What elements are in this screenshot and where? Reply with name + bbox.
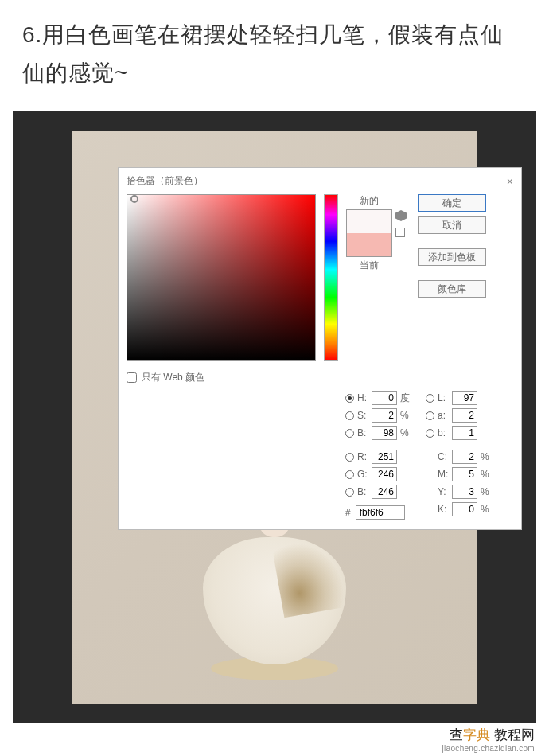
b-hsb-unit: % xyxy=(400,427,411,438)
web-only-checkbox-row[interactable]: 只有 Web 颜色 xyxy=(127,371,316,384)
c-label: C: xyxy=(438,451,449,462)
m-label: M: xyxy=(438,469,449,480)
b-lab-input[interactable] xyxy=(452,426,477,440)
r-row: R: xyxy=(345,450,411,464)
b-rgb-row: B: xyxy=(345,485,411,499)
a-radio[interactable] xyxy=(426,411,434,420)
k-unit: % xyxy=(481,504,492,515)
b-hsb-input[interactable] xyxy=(372,426,397,440)
saturation-value-field[interactable] xyxy=(127,194,316,361)
swatch-new-color xyxy=(347,210,391,233)
brand-suffix: 教程网 xyxy=(490,727,535,742)
swatch-current-label: 当前 xyxy=(360,259,379,272)
c-input[interactable] xyxy=(452,450,477,464)
hue-slider[interactable] xyxy=(324,194,338,361)
figure-wheat xyxy=(272,536,347,618)
h-row: H: 度 xyxy=(345,391,411,405)
color-library-button[interactable]: 颜色库 xyxy=(418,280,486,298)
m-unit: % xyxy=(481,469,492,480)
websafe-warning-icon[interactable] xyxy=(395,228,405,237)
m-row: M: % xyxy=(426,467,492,481)
ok-button[interactable]: 确定 xyxy=(418,194,486,212)
b-rgb-radio[interactable] xyxy=(345,488,354,497)
g-radio[interactable] xyxy=(345,470,354,479)
y-input[interactable] xyxy=(452,485,477,499)
watermark-url: jiaocheng.chazidian.com xyxy=(442,744,535,753)
swatch-current-color xyxy=(347,233,391,256)
g-input[interactable] xyxy=(372,467,397,481)
brand-prefix: 查 xyxy=(450,727,463,742)
hex-input[interactable] xyxy=(356,505,405,520)
web-only-checkbox[interactable] xyxy=(127,372,137,383)
dialog-title: 拾色器（前景色） xyxy=(127,174,203,188)
b-rgb-label: B: xyxy=(357,486,368,497)
b-rgb-input[interactable] xyxy=(372,485,397,499)
hsb-rgb-column: H: 度 S: % B: % R: xyxy=(345,391,411,520)
r-radio[interactable] xyxy=(345,453,354,462)
s-input[interactable] xyxy=(372,408,397,423)
color-swatch xyxy=(346,209,392,257)
swatch-new-label: 新的 xyxy=(360,194,379,208)
web-only-label: 只有 Web 颜色 xyxy=(142,371,204,384)
r-label: R: xyxy=(357,451,368,462)
k-input[interactable] xyxy=(452,502,477,516)
cancel-button[interactable]: 取消 xyxy=(418,216,486,234)
s-unit: % xyxy=(400,410,411,421)
s-radio[interactable] xyxy=(345,411,354,420)
m-input[interactable] xyxy=(452,467,477,481)
l-radio[interactable] xyxy=(426,394,434,403)
dialog-titlebar[interactable]: 拾色器（前景色） × xyxy=(119,168,521,194)
s-row: S: % xyxy=(345,408,411,423)
r-input[interactable] xyxy=(372,450,397,464)
close-icon[interactable]: × xyxy=(507,175,513,188)
watermark: 查字典 教程网 jiaocheng.chazidian.com xyxy=(442,726,535,753)
h-unit: 度 xyxy=(400,392,411,405)
g-label: G: xyxy=(357,469,368,480)
g-row: G: xyxy=(345,467,411,481)
gamut-warning-icon[interactable] xyxy=(395,210,407,221)
y-row: Y: % xyxy=(426,485,492,499)
brand-accent: 字典 xyxy=(463,727,490,742)
k-row: K: % xyxy=(426,502,492,516)
h-input[interactable] xyxy=(372,391,397,405)
y-unit: % xyxy=(481,486,492,497)
h-label: H: xyxy=(357,392,368,403)
color-picker-dialog: 拾色器（前景色） × 只有 Web 颜色 新的 当前 xyxy=(118,167,522,530)
a-label: a: xyxy=(438,410,449,421)
l-input[interactable] xyxy=(452,391,477,405)
hex-row: # xyxy=(345,505,411,520)
b-hsb-label: B: xyxy=(357,427,368,438)
add-swatch-button[interactable]: 添加到色板 xyxy=(418,248,486,266)
l-label: L: xyxy=(438,392,449,403)
s-label: S: xyxy=(357,410,368,421)
lab-cmyk-column: L: a: b: C: % xyxy=(426,391,492,520)
instruction-text: 6.用白色画笔在裙摆处轻轻扫几笔，假装有点仙仙的感觉~ xyxy=(0,0,549,111)
a-row: a: xyxy=(426,408,492,423)
b-hsb-row: B: % xyxy=(345,426,411,440)
y-label: Y: xyxy=(438,486,449,497)
b-lab-label: b: xyxy=(438,427,449,438)
sv-cursor-icon xyxy=(130,195,138,203)
k-label: K: xyxy=(438,504,449,515)
l-row: L: xyxy=(426,391,492,405)
b-lab-row: b: xyxy=(426,426,492,440)
hex-label: # xyxy=(345,507,351,518)
b-lab-radio[interactable] xyxy=(426,429,434,438)
c-row: C: % xyxy=(426,450,492,464)
b-hsb-radio[interactable] xyxy=(345,429,354,438)
c-unit: % xyxy=(481,451,492,462)
a-input[interactable] xyxy=(452,408,477,423)
h-radio[interactable] xyxy=(345,394,354,403)
